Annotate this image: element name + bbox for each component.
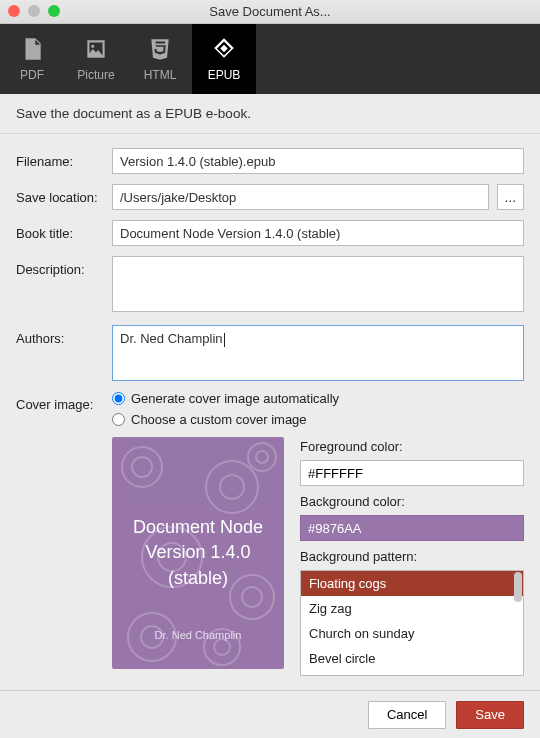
radio-auto-cover[interactable]: Generate cover image automatically xyxy=(112,391,524,406)
svg-point-6 xyxy=(230,575,274,619)
tab-html-label: HTML xyxy=(144,68,177,82)
background-color-input[interactable] xyxy=(300,515,524,541)
filename-label: Filename: xyxy=(16,148,112,169)
epub-icon xyxy=(211,36,237,62)
close-icon[interactable] xyxy=(8,5,20,17)
svg-point-2 xyxy=(206,461,258,513)
tab-epub-label: EPUB xyxy=(208,68,241,82)
pattern-item-bevel[interactable]: Bevel circle xyxy=(301,646,523,671)
foreground-label: Foreground color: xyxy=(300,439,524,454)
tab-picture[interactable]: Picture xyxy=(64,24,128,94)
description-label: Description: xyxy=(16,256,112,277)
filename-input[interactable] xyxy=(112,148,524,174)
radio-auto-label: Generate cover image automatically xyxy=(131,391,339,406)
svg-point-7 xyxy=(242,587,262,607)
radio-custom-input[interactable] xyxy=(112,413,125,426)
cover-preview: Document Node Version 1.4.0 (stable) Dr.… xyxy=(112,437,284,669)
svg-point-3 xyxy=(220,475,244,499)
minimize-icon[interactable] xyxy=(28,5,40,17)
cancel-button[interactable]: Cancel xyxy=(368,701,446,729)
pattern-listbox[interactable]: Floating cogs Zig zag Church on sunday B… xyxy=(300,570,524,676)
form-area: Filename: Save location: ... Book title:… xyxy=(0,134,540,676)
save-location-input[interactable] xyxy=(112,184,489,210)
tab-pdf[interactable]: PDF xyxy=(0,24,64,94)
format-tabbar: PDF Picture HTML EPUB xyxy=(0,24,540,94)
pdf-icon xyxy=(19,36,45,62)
tab-pdf-label: PDF xyxy=(20,68,44,82)
html-icon xyxy=(147,36,173,62)
tab-picture-label: Picture xyxy=(77,68,114,82)
window-title: Save Document As... xyxy=(209,4,330,19)
save-button[interactable]: Save xyxy=(456,701,524,729)
cover-image-label: Cover image: xyxy=(16,391,112,412)
svg-point-13 xyxy=(214,639,230,655)
radio-auto-input[interactable] xyxy=(112,392,125,405)
pattern-item-floating-cogs[interactable]: Floating cogs xyxy=(301,571,523,596)
svg-point-10 xyxy=(248,443,276,471)
book-title-label: Book title: xyxy=(16,220,112,241)
format-description: Save the document as a EPUB e-book. xyxy=(0,94,540,134)
scrollbar-thumb[interactable] xyxy=(514,572,522,602)
tab-epub[interactable]: EPUB xyxy=(192,24,256,94)
save-location-label: Save location: xyxy=(16,184,112,205)
titlebar: Save Document As... xyxy=(0,0,540,24)
zoom-icon[interactable] xyxy=(48,5,60,17)
tab-html[interactable]: HTML xyxy=(128,24,192,94)
dialog-footer: Cancel Save xyxy=(0,690,540,738)
window-controls xyxy=(8,5,60,17)
cover-author: Dr. Ned Champlin xyxy=(155,629,242,641)
description-textarea[interactable] xyxy=(112,256,524,312)
radio-custom-cover[interactable]: Choose a custom cover image xyxy=(112,412,524,427)
picture-icon xyxy=(83,36,109,62)
radio-custom-label: Choose a custom cover image xyxy=(131,412,307,427)
svg-point-5 xyxy=(158,543,186,571)
browse-button[interactable]: ... xyxy=(497,184,524,210)
svg-point-1 xyxy=(132,457,152,477)
authors-textarea[interactable]: Dr. Ned Champlin xyxy=(112,325,524,381)
svg-point-11 xyxy=(256,451,268,463)
pattern-item-zig-zag[interactable]: Zig zag xyxy=(301,596,523,621)
authors-label: Authors: xyxy=(16,325,112,346)
authors-value: Dr. Ned Champlin xyxy=(120,331,223,346)
svg-point-4 xyxy=(142,527,202,587)
svg-point-0 xyxy=(122,447,162,487)
pattern-label: Background pattern: xyxy=(300,549,524,564)
foreground-color-input[interactable] xyxy=(300,460,524,486)
pattern-item-church[interactable]: Church on sunday xyxy=(301,621,523,646)
background-label: Background color: xyxy=(300,494,524,509)
book-title-input[interactable] xyxy=(112,220,524,246)
text-caret xyxy=(224,333,225,347)
